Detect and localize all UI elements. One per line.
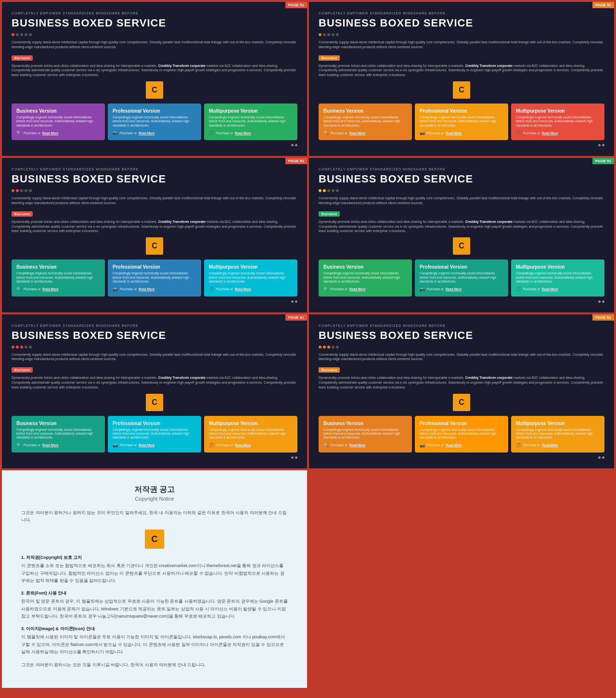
nav-arrow[interactable] xyxy=(602,300,604,303)
card-text: Compellingly engineer technically sound … xyxy=(420,428,503,440)
purchase-label: Purchase or xyxy=(216,443,233,447)
card-footer: 🎵Purchase or Read More xyxy=(209,443,293,448)
logo: C xyxy=(146,237,163,255)
read-more-link[interactable]: Read More xyxy=(139,443,154,447)
nav-arrow[interactable] xyxy=(598,300,601,303)
read-more-link[interactable]: Read More xyxy=(235,443,251,447)
read-more-link[interactable]: Read More xyxy=(446,131,462,135)
card-c14: Professional VersionCompellingly enginee… xyxy=(108,416,201,452)
copyright-title-kr: 저작권 공고 xyxy=(21,485,288,495)
purchase-label: Purchase or xyxy=(331,287,347,291)
read-more-link[interactable]: Read More xyxy=(446,287,462,291)
logo-container: C xyxy=(12,237,297,255)
read-more-link[interactable]: Read More xyxy=(42,131,58,135)
card-title: Business Version xyxy=(323,264,407,270)
purchase-label: Purchase or xyxy=(120,131,137,135)
read-more-link[interactable]: Read More xyxy=(542,287,558,291)
camera-icon: 📷 xyxy=(113,443,118,448)
cards-row: Business VersionCompellingly engineer te… xyxy=(12,259,297,296)
logo: C xyxy=(453,81,470,99)
bottom-nav-dots xyxy=(12,456,297,459)
card-text: Compellingly engineer technically sound … xyxy=(420,116,503,128)
dot xyxy=(323,189,326,192)
music-icon: 🎵 xyxy=(516,130,521,135)
dot xyxy=(25,33,27,36)
card-c9: Multipurpose VersionCompellingly enginee… xyxy=(204,259,297,296)
card-title: Professional Version xyxy=(113,421,196,426)
cards-row: Business VersionCompellingly engineer te… xyxy=(12,416,297,452)
panel-title: BUSINESS BOXED SERVICE xyxy=(319,329,604,342)
panel-subtitle: COMPLETELY EMPOWER STANDARDIZED MINDSHAR… xyxy=(12,12,297,15)
read-more-link[interactable]: Read More xyxy=(139,131,154,135)
read-more-link[interactable]: Read More xyxy=(349,287,365,291)
read-more-link[interactable]: Read More xyxy=(42,443,58,447)
panel-description: Conveniently supply stand-alone intellec… xyxy=(12,196,297,206)
card-c11: Professional VersionCompellingly enginee… xyxy=(415,259,508,296)
panel-subtitle: COMPLETELY EMPOWER STANDARDIZED MINDSHAR… xyxy=(319,12,604,15)
read-more-link[interactable]: Read More xyxy=(542,443,558,447)
panel-description-2: Dynamically promote bricks-and-clicks co… xyxy=(12,220,297,233)
logo: C xyxy=(146,394,163,411)
page-tag: PAGE 61 xyxy=(285,314,307,321)
logo-container: C xyxy=(12,394,297,411)
dot xyxy=(327,33,330,36)
card-text: Compellingly engineer technically sound … xyxy=(323,271,407,284)
nav-arrow[interactable] xyxy=(602,144,604,146)
read-more-link[interactable]: Read More xyxy=(235,131,251,135)
card-text: Compellingly engineer technically sound … xyxy=(323,116,407,128)
dot xyxy=(319,346,321,349)
card-text: Compellingly engineer technically sound … xyxy=(209,428,293,440)
copyright-subtitle: Copyright Notice xyxy=(21,496,288,502)
read-more-link[interactable]: Read More xyxy=(446,443,462,447)
panel-panel1: PAGE 51COMPLETELY EMPOWER STANDARDIZED M… xyxy=(2,2,307,156)
card-title: Business Version xyxy=(323,421,407,426)
music-icon: 🎵 xyxy=(209,287,214,292)
copyright-intro: 그것은 여러분이 원하거나 원하지 않는 것이 무엇인지 알려주세요, 한국 내… xyxy=(21,509,288,524)
card-footer: 📷Purchase or Read More xyxy=(113,443,196,448)
dot xyxy=(319,33,321,36)
purchase-label: Purchase or xyxy=(523,287,540,291)
dot xyxy=(16,346,19,349)
nav-arrow[interactable] xyxy=(598,144,601,146)
music-icon: 🎵 xyxy=(516,443,521,448)
read-more-link[interactable]: Read More xyxy=(542,131,558,135)
nav-arrow[interactable] xyxy=(295,456,297,459)
panel-title: BUSINESS BOXED SERVICE xyxy=(12,329,297,342)
card-text: Compellingly engineer technically sound … xyxy=(113,271,196,284)
nav-arrow[interactable] xyxy=(295,300,297,303)
dot xyxy=(336,346,339,349)
card-text: Compellingly engineer technically sound … xyxy=(209,271,293,284)
nav-arrow[interactable] xyxy=(602,456,604,459)
panel-dots xyxy=(12,33,297,36)
logo-container: C xyxy=(319,394,604,411)
search-icon: 🔍 xyxy=(16,443,22,448)
panel-subtitle: COMPLETELY EMPOWER STANDARDIZED MINDSHAR… xyxy=(12,168,297,171)
section3-text: 이 템플릿에 사용된 이미지 및 아이콘들은 무료 이용이 가능한 이미지 및 … xyxy=(21,633,288,656)
panel-dots xyxy=(319,33,604,36)
logo-container: C xyxy=(12,81,297,99)
card-title: Business Version xyxy=(16,421,100,426)
nav-arrow[interactable] xyxy=(291,456,294,459)
purchase-label: Purchase or xyxy=(24,131,40,135)
card-c1: Business VersionCompellingly engineer te… xyxy=(12,103,105,140)
nav-arrow[interactable] xyxy=(291,300,294,303)
page-tag: PAGE 51 xyxy=(285,158,307,164)
cards-row: Business VersionCompellingly engineer te… xyxy=(319,416,604,452)
read-more-link[interactable]: Read More xyxy=(349,131,365,135)
card-footer: 🔍Purchase or Read More xyxy=(323,130,407,135)
nav-arrow[interactable] xyxy=(295,144,297,146)
nav-arrow[interactable] xyxy=(598,456,601,459)
dot xyxy=(20,189,23,192)
read-more-link[interactable]: Read More xyxy=(235,287,251,291)
purchase-label: Purchase or xyxy=(331,443,347,447)
card-text: Compellingly engineer technically sound … xyxy=(16,116,100,128)
read-more-link[interactable]: Read More xyxy=(139,287,154,291)
logo: C xyxy=(453,237,470,255)
read-more-link[interactable]: Read More xyxy=(349,443,365,447)
page-tag: PAGE 51 xyxy=(592,158,614,164)
nav-arrow[interactable] xyxy=(291,144,294,146)
card-c7: Business VersionCompellingly engineer te… xyxy=(12,259,105,296)
read-more-link[interactable]: Read More xyxy=(42,287,58,291)
card-text: Compellingly engineer technically sound … xyxy=(516,428,600,440)
card-text: Compellingly engineer technically sound … xyxy=(209,116,293,128)
